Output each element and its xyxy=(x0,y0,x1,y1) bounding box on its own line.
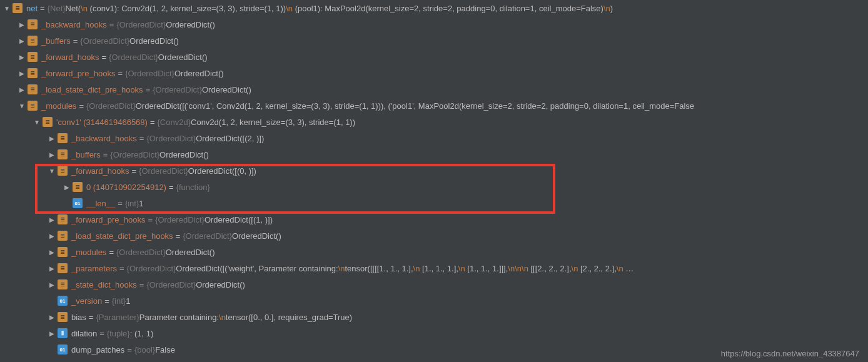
object-icon xyxy=(58,149,68,159)
chevron-right-icon[interactable] xyxy=(18,20,26,29)
variable-value: OrderedDict([(2, )]) xyxy=(196,134,264,143)
int-icon: 01 xyxy=(73,198,83,208)
equals-sign: = xyxy=(107,20,117,29)
tree-row[interactable]: dilation={tuple} : (1, 1) xyxy=(0,325,868,341)
int-icon: 01 xyxy=(58,296,68,306)
tree-row[interactable]: bias={Parameter} Parameter containing:\n… xyxy=(0,309,868,325)
tree-row[interactable]: _load_state_dict_pre_hooks={OrderedDict}… xyxy=(0,81,868,98)
variable-tree: net={Net} Net(\n (conv1): Conv2d(1, 2, k… xyxy=(0,0,868,358)
variable-type: {OrderedDict} xyxy=(139,166,188,176)
equals-sign: = xyxy=(102,296,112,306)
object-icon xyxy=(43,117,53,127)
variable-type: {OrderedDict} xyxy=(146,134,196,143)
tree-row[interactable]: _load_state_dict_pre_hooks={OrderedDict}… xyxy=(0,228,868,244)
chevron-right-icon[interactable] xyxy=(18,53,26,61)
variable-value: OrderedDict() xyxy=(159,150,209,159)
chevron-right-icon[interactable] xyxy=(48,150,56,159)
variable-value: OrderedDict() xyxy=(166,248,215,257)
variable-type: {OrderedDict} xyxy=(116,20,166,29)
equals-sign: = xyxy=(115,199,125,208)
variable-type: {OrderedDict} xyxy=(153,85,202,94)
chevron-right-icon[interactable] xyxy=(48,313,56,321)
tree-row[interactable]: _forward_hooks={OrderedDict} OrderedDict… xyxy=(0,163,868,179)
tree-row[interactable]: 01__len__={int} 1 xyxy=(0,195,868,211)
tree-row[interactable]: _buffers={OrderedDict} OrderedDict() xyxy=(0,146,868,163)
variable-value: OrderedDict([(0, )]) xyxy=(188,166,256,176)
chevron-right-icon[interactable] xyxy=(48,329,56,338)
variable-value: : (1, 1) xyxy=(130,329,154,338)
tree-row[interactable]: _buffers={OrderedDict} OrderedDict() xyxy=(0,33,868,49)
equals-sign: = xyxy=(99,53,109,62)
variable-name: _load_state_dict_pre_hooks xyxy=(71,231,173,241)
variable-name: _backward_hooks xyxy=(41,20,107,29)
variable-name: _buffers xyxy=(71,150,101,159)
chevron-right-icon[interactable] xyxy=(18,85,26,94)
tree-row[interactable]: 0 (140710902254912)={function} xyxy=(0,179,868,195)
chevron-right-icon[interactable] xyxy=(48,248,56,256)
object-icon xyxy=(28,68,38,78)
variable-name: bias xyxy=(71,313,86,322)
variable-value: Net(\n (conv1): Conv2d(1, 2, kernel_size… xyxy=(66,4,613,13)
variable-name: _parameters xyxy=(71,264,117,273)
variable-type: {int} xyxy=(112,296,126,306)
variable-name: 0 (140710902254912) xyxy=(86,183,166,192)
variable-name: _forward_pre_hooks xyxy=(71,215,146,224)
variable-name: _forward_hooks xyxy=(71,166,129,176)
object-icon xyxy=(28,101,38,111)
chevron-right-icon[interactable] xyxy=(63,183,71,191)
object-icon xyxy=(58,231,68,241)
variable-name: _backward_hooks xyxy=(71,134,137,143)
variable-type: {OrderedDict} xyxy=(116,248,166,257)
equals-sign: = xyxy=(124,345,134,354)
chevron-right-icon[interactable] xyxy=(48,215,56,224)
object-icon xyxy=(28,52,38,62)
tree-row[interactable]: _state_dict_hooks={OrderedDict} OrderedD… xyxy=(0,276,868,293)
tree-row[interactable]: _parameters={OrderedDict} OrderedDict([(… xyxy=(0,260,868,276)
equals-sign: = xyxy=(97,329,107,338)
variable-value: Parameter containing:\ntensor([0., 0.], … xyxy=(139,313,352,322)
variable-value: OrderedDict() xyxy=(158,53,208,62)
equals-sign: = xyxy=(86,313,96,322)
chevron-right-icon[interactable] xyxy=(18,69,26,78)
tree-row[interactable]: _forward_hooks={OrderedDict} OrderedDict… xyxy=(0,49,868,65)
variable-type: {OrderedDict} xyxy=(183,231,232,241)
tree-row[interactable]: _modules={OrderedDict} OrderedDict() xyxy=(0,244,868,260)
variable-value: Conv2d(1, 2, kernel_size=(3, 3), stride=… xyxy=(191,118,355,127)
variable-name: _forward_hooks xyxy=(41,53,99,62)
tree-row[interactable]: _forward_pre_hooks={OrderedDict} Ordered… xyxy=(0,65,868,81)
tree-row[interactable]: _modules={OrderedDict} OrderedDict([('co… xyxy=(0,98,868,114)
object-icon xyxy=(58,247,68,257)
variable-name: _load_state_dict_pre_hooks xyxy=(41,85,143,94)
equals-sign: = xyxy=(38,4,48,13)
chevron-right-icon[interactable] xyxy=(48,134,56,143)
variable-type: {Net} xyxy=(48,4,66,13)
chevron-down-icon[interactable] xyxy=(3,4,11,13)
int-icon: 01 xyxy=(58,344,68,354)
object-icon xyxy=(13,3,23,13)
object-icon xyxy=(58,312,68,322)
variable-type: {OrderedDict} xyxy=(125,69,174,78)
tree-row[interactable]: 01_version={int} 1 xyxy=(0,293,868,309)
variable-type: {bool} xyxy=(134,345,155,354)
variable-type: {Parameter} xyxy=(96,313,139,322)
variable-type: {OrderedDict} xyxy=(80,36,129,46)
chevron-right-icon[interactable] xyxy=(48,231,56,240)
chevron-right-icon[interactable] xyxy=(18,36,26,45)
chevron-right-icon[interactable] xyxy=(48,264,56,273)
tree-row[interactable]: 'conv1' (3144619466568)={Conv2d} Conv2d(… xyxy=(0,114,868,130)
equals-sign: = xyxy=(106,248,116,257)
chevron-down-icon[interactable] xyxy=(48,166,56,175)
equals-sign: = xyxy=(173,231,183,241)
variable-name: dilation xyxy=(71,329,97,338)
tree-row[interactable]: _backward_hooks={OrderedDict} OrderedDic… xyxy=(0,16,868,33)
chevron-down-icon[interactable] xyxy=(18,101,26,110)
object-icon xyxy=(58,133,68,143)
tree-row[interactable]: net={Net} Net(\n (conv1): Conv2d(1, 2, k… xyxy=(0,0,868,16)
tree-row[interactable]: _forward_pre_hooks={OrderedDict} Ordered… xyxy=(0,211,868,228)
variable-value: OrderedDict([('weight', Parameter contai… xyxy=(176,264,633,273)
tree-row[interactable]: _backward_hooks={OrderedDict} OrderedDic… xyxy=(0,130,868,146)
equals-sign: = xyxy=(143,85,153,94)
object-icon xyxy=(28,36,38,46)
chevron-down-icon[interactable] xyxy=(33,118,41,126)
chevron-right-icon[interactable] xyxy=(48,280,56,289)
